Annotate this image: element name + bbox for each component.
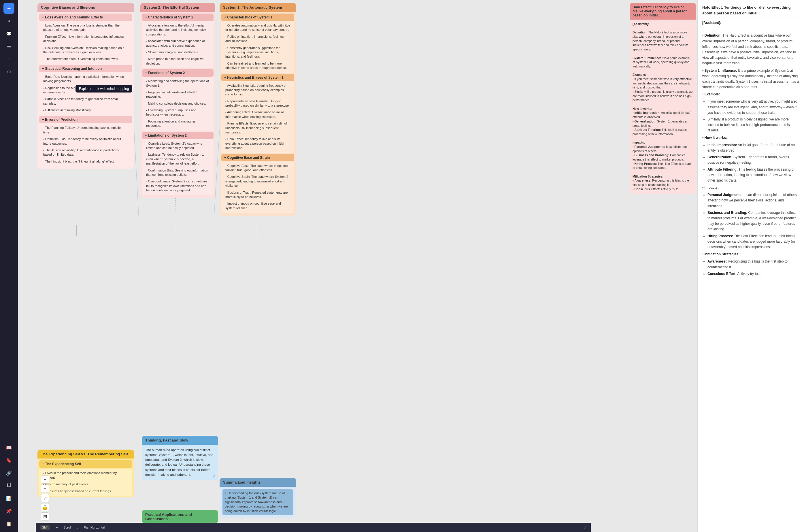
sidebar-icon-sun[interactable]: ☀ <box>3 3 14 14</box>
experiencing-body: + The Experiencing Self - Lives in the p… <box>37 458 134 497</box>
list-item: - Focusing attention and managing resour… <box>144 118 212 129</box>
col3-header: System 1: The Automatic System <box>219 3 296 12</box>
list-item: - Loss Aversion: The pain of a loss is s… <box>41 22 131 34</box>
list-item: - Optimism Bias: Tendency to be overly o… <box>41 136 131 147</box>
list-item: - Cognitive Load: System 2's capacity is… <box>144 140 212 152</box>
col1-section-1: + Loss Aversion and Framing Effects - Lo… <box>39 14 132 64</box>
insights-body: + Understanding the dual-system nature o… <box>219 487 296 518</box>
svg-line-2 <box>134 130 139 219</box>
hint-bar: Shift + Scroll : Pan Horizontal ⤢ <box>36 523 591 532</box>
col2-section3-header[interactable]: + Limitations of System 2 <box>142 132 213 139</box>
halo-effect-header: Halo Effect: Tendency to like or dislike… <box>630 3 696 20</box>
zoom-in-button[interactable]: + <box>41 476 49 483</box>
list-item: - Making conscious decisions and choices… <box>144 100 212 107</box>
list-item: - Measures happiness based on current fe… <box>41 488 131 495</box>
col2-section3-items: - Cognitive Load: System 2's capacity is… <box>142 139 213 195</box>
col1-section3-items: - The Planning Fallacy: Underestimating … <box>39 124 132 166</box>
expand-canvas-icon[interactable]: ⤢ <box>583 526 586 529</box>
list-item: - Priming Effects: Exposure to certain s… <box>223 120 292 136</box>
list-item: - Availability Heuristic: Judging freque… <box>223 82 292 98</box>
experiencing-section-header[interactable]: + The Experiencing Self <box>39 460 132 468</box>
col3-card: System 1: The Automatic System + Charact… <box>219 3 296 215</box>
col2-section-3: + Limitations of System 2 - Cognitive Lo… <box>142 132 213 195</box>
list-item: - Operates automatically and quickly, wi… <box>223 22 292 34</box>
zoom-fit-button[interactable]: ⤢ <box>41 494 49 502</box>
list-item: - Has no memory of past events <box>41 481 131 488</box>
col2-section-2: + Functions of System 2 - Monitoring and… <box>142 69 213 131</box>
list-item: - Difficulties in thinking statistically <box>41 107 131 114</box>
list-item: - Monitoring and controlling the operati… <box>144 78 212 89</box>
col2-section2-header[interactable]: + Functions of System 2 <box>142 69 213 77</box>
central-tfs-card: Thinking, Fast and Slow The human mind o… <box>142 436 218 480</box>
col2-section1-header[interactable]: + Characteristics of System 2 <box>142 14 213 21</box>
list-item: - Overriding System 1 impulses and heuri… <box>144 107 212 118</box>
list-item: - Illusions of Truth: Repeated statement… <box>223 189 292 201</box>
halo-effect-body: [Assistant]: Definition: The Halo Effect… <box>630 20 696 194</box>
list-item: - The illusion of validity: Overconfiden… <box>41 147 131 158</box>
col3-section3-items: - Cognitive Ease: The state where things… <box>221 162 294 213</box>
zoom-grid-button[interactable]: ⊞ <box>41 512 49 520</box>
sidebar-icon-image[interactable]: 🖼 <box>3 480 14 491</box>
col1-section2-header[interactable]: + Statistical Reasoning and Intuition <box>39 65 132 72</box>
col1-section-3: + Errors of Prediction - The Planning Fa… <box>39 116 132 166</box>
list-item: - Anchoring Effect: Over-reliance on ini… <box>223 109 292 120</box>
sidebar-icon-link[interactable]: 🔗 <box>3 468 14 478</box>
col1-section1-header[interactable]: + Loss Aversion and Framing Effects <box>39 14 132 21</box>
col3-section2-header[interactable]: + Heuristics and Biases of System 1 <box>221 74 294 81</box>
col2-body: + Characteristics of System 2 - Allocate… <box>140 12 215 198</box>
halo-effect-card: Halo Effect: Tendency to like or dislike… <box>630 3 696 194</box>
col3-section-2: + Heuristics and Biases of System 1 - Av… <box>221 74 294 153</box>
list-item: - Slower, more logical, and deliberate. <box>144 49 212 56</box>
list-item: - Relies on intuition, impressions, feel… <box>223 34 292 45</box>
list-item: - Risk Seeking and Aversion: Decision ma… <box>41 45 131 56</box>
tooltip: Explore book with mind mapping <box>76 85 132 93</box>
col3-section-1: + Characteristics of System 1 - Operates… <box>221 14 294 73</box>
col2-header: System 2: The Effortful System <box>140 3 215 12</box>
left-sidebar: ☀ ✦ 💬 ☰ ≡ ⚙ 📖 🔖 🔗 🖼 📝 📌 📋 <box>0 0 18 532</box>
canvas[interactable]: Cognitive Biases and Illusions + Loss Av… <box>18 0 697 532</box>
right-panel: Halo Effect: Tendency to like or dislike… <box>697 0 804 532</box>
list-item: - Impact of mood on cognitive ease and s… <box>223 200 292 211</box>
sidebar-icon-listalt[interactable]: 📋 <box>3 518 14 529</box>
list-item: - Laziness: Tendency to rely on System 1… <box>144 151 212 167</box>
sidebar-icon-list2[interactable]: ≡ <box>3 54 14 64</box>
sidebar-icon-pin[interactable]: 📌 <box>3 506 14 516</box>
col3-section1-header[interactable]: + Characteristics of System 1 <box>221 14 294 21</box>
tfs-header: Thinking, Fast and Slow <box>142 436 218 445</box>
sidebar-icon-star[interactable]: ✦ <box>3 16 14 26</box>
list-item: - Halo Effect: Tendency to like or disli… <box>223 136 292 151</box>
list-item: - Framing Effect: How information is pre… <box>41 34 131 45</box>
list-item: - The Planning Fallacy: Underestimating … <box>41 125 131 136</box>
list-item: - Base-Rate Neglect: Ignoring statistica… <box>41 74 131 85</box>
list-item: - Cognitive Ease: The state where things… <box>223 163 292 174</box>
col1-section3-header[interactable]: + Errors of Prediction <box>39 116 132 124</box>
list-item: - Allocates attention to the effortful m… <box>144 22 212 38</box>
list-item: - Sample Size: The tendency to generaliz… <box>41 96 131 107</box>
col3-section3-header[interactable]: + Cognitive Ease and Strain <box>221 154 294 162</box>
zoom-controls: + − ⤢ 🔒 ⊞ <box>41 476 49 520</box>
zoom-out-button[interactable]: − <box>41 485 49 493</box>
insights-card: Summarized insights + Understanding the … <box>219 478 296 518</box>
sidebar-icon-bookmark[interactable]: 🔖 <box>3 455 14 466</box>
list-item: - Confirmation Bias: Seeking out informa… <box>144 167 212 178</box>
svg-line-0 <box>175 196 175 219</box>
col3-section-3: + Cognitive Ease and Strain - Cognitive … <box>221 154 294 213</box>
insights-header: Summarized insights <box>219 478 296 487</box>
col3-section1-items: - Operates automatically and quickly, wi… <box>221 21 294 73</box>
sidebar-icon-book[interactable]: 📖 <box>3 442 14 453</box>
right-panel-content: [Assistant]: • Definition: The Halo Effe… <box>702 20 799 277</box>
sidebar-icon-chat[interactable]: 💬 <box>3 28 14 39</box>
sidebar-icon-settings[interactable]: ⚙ <box>3 66 14 77</box>
col2-section-1: + Characteristics of System 2 - Allocate… <box>142 14 213 68</box>
col3-section2-items: - Availability Heuristic: Judging freque… <box>221 81 294 153</box>
insights-item[interactable]: + Understanding the dual-system nature o… <box>223 489 293 515</box>
zoom-lock-button[interactable]: 🔒 <box>41 503 49 511</box>
col2-card: System 2: The Effortful System + Charact… <box>140 3 215 198</box>
sidebar-icon-note[interactable]: 📝 <box>3 493 14 504</box>
list-item: - More prone to exhaustion and cognitive… <box>144 56 212 67</box>
expand-icon[interactable]: ⤢ <box>212 474 216 478</box>
right-panel-title: Halo Effect: Tendency to like or dislike… <box>702 5 799 18</box>
list-item: - Representativeness Heuristic: Judging … <box>223 98 292 109</box>
experiencing-items: - Lives in the present and feels emotion… <box>39 469 132 496</box>
sidebar-icon-list[interactable]: ☰ <box>3 41 14 52</box>
